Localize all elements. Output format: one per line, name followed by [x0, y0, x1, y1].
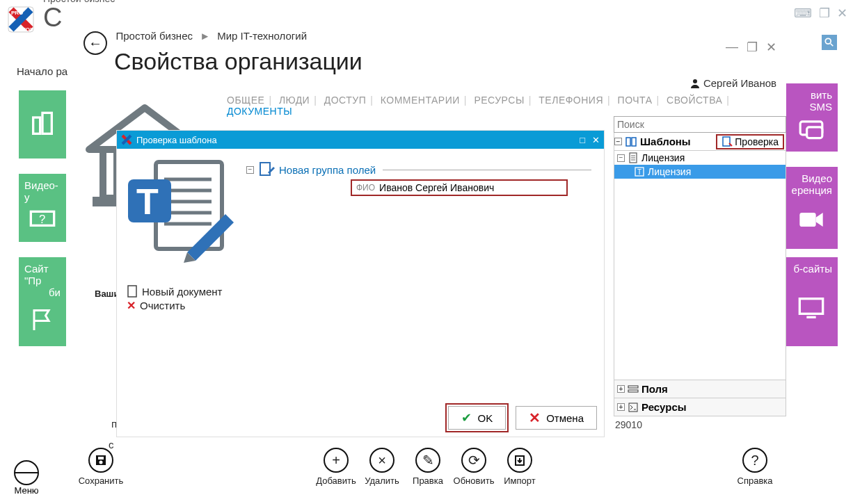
tile-purple-3[interactable]: б-сайты — [785, 257, 838, 346]
ok-button[interactable]: ✔ OK — [448, 406, 506, 430]
delete-button[interactable]: ×Удалить — [359, 448, 405, 486]
keyboard-icon[interactable]: ⌨ — [794, 6, 812, 21]
tile-label: вить SMS — [790, 89, 832, 113]
dialog-title: Проверка шаблона — [136, 135, 217, 145]
tab-properties[interactable]: СВОЙСТВА — [667, 95, 722, 106]
tile-purple-1[interactable]: вить SMS — [785, 83, 838, 152]
resources-section[interactable]: + Ресурсы — [614, 398, 786, 416]
x-icon: ✕ — [529, 409, 541, 426]
restore-icon[interactable]: ❐ — [819, 6, 830, 21]
tree-item-license-selected[interactable]: T Лицензия — [614, 165, 786, 179]
menu-button[interactable]: Меню — [14, 460, 39, 496]
tree-label: Лицензия — [648, 166, 691, 177]
tile-label: Сайт "Пр — [24, 263, 61, 286]
import-button[interactable]: Импорт — [497, 448, 543, 486]
svg-point-3 — [825, 38, 831, 44]
svg-text:T: T — [136, 181, 159, 222]
svg-rect-12 — [799, 298, 822, 314]
svg-rect-11 — [799, 213, 815, 227]
check-button[interactable]: Проверка — [716, 134, 784, 149]
fio-field[interactable]: ФИО Иванов Сергей Иванович — [351, 179, 568, 196]
import-icon — [513, 454, 526, 466]
tabs: ОБЩЕЕ| ЛЮДИ| ДОСТУП| КОММЕНТАРИИ| РЕСУРС… — [227, 95, 786, 117]
templates-icon — [625, 136, 637, 148]
question-icon: ? — [742, 448, 767, 473]
tab-documents[interactable]: ДОКУМЕНТЫ — [227, 106, 292, 117]
clear-link[interactable]: ✕ Очистить — [127, 299, 185, 312]
tab-general[interactable]: ОБЩЕЕ — [227, 95, 264, 106]
svg-text:?: ? — [39, 213, 45, 226]
breadcrumb: Простой бизнес ► Мир IT-технологий — [115, 30, 307, 42]
restore-icon[interactable]: ❐ — [747, 40, 758, 55]
templates-search-input[interactable] — [614, 116, 786, 133]
svg-rect-20 — [626, 138, 630, 146]
tab-people[interactable]: ЛЮДИ — [279, 95, 310, 106]
user-icon — [689, 78, 701, 89]
x-icon: ✕ — [127, 299, 136, 312]
svg-rect-22 — [723, 137, 730, 146]
template-check-dialog: Проверка шаблона □ ✕ T − Новая груп — [117, 131, 604, 437]
building-icon — [29, 111, 56, 138]
tile-green-3[interactable]: Сайт "Пр би — [19, 257, 66, 346]
svg-rect-6 — [42, 113, 51, 133]
check-icon: ✔ — [461, 410, 472, 425]
field-label: ФИО — [352, 183, 379, 193]
plus-icon: + — [324, 448, 349, 473]
collapse-icon[interactable]: − — [617, 154, 625, 162]
svg-rect-21 — [632, 138, 636, 146]
minimize-icon[interactable]: — — [726, 40, 738, 55]
video-icon — [797, 209, 825, 230]
tree-label: Лицензия — [641, 152, 685, 163]
templates-panel: − Шаблоны Проверка − Лицензия T Лицензия — [614, 116, 786, 433]
collapse-icon[interactable]: − — [246, 166, 254, 174]
tile-green-2[interactable]: Видео-у ? — [19, 174, 66, 242]
doc-icon — [628, 152, 639, 163]
fields-section[interactable]: + Поля — [614, 380, 786, 398]
svg-text:T: T — [637, 168, 641, 176]
svg-rect-33 — [98, 457, 104, 460]
tile-purple-2[interactable]: Видео еренция — [785, 167, 838, 249]
svg-line-4 — [831, 44, 834, 47]
edit-button[interactable]: ✎Правка — [405, 448, 451, 486]
svg-rect-45 — [128, 286, 136, 297]
fields-label: Поля — [641, 383, 668, 395]
save-button[interactable]: Сохранить — [78, 448, 124, 486]
breadcrumb-item[interactable]: Мир IT-технологий — [217, 30, 307, 42]
tab-mail[interactable]: ПОЧТА — [618, 95, 653, 106]
dialog-body: T − Новая группа полей ФИО Иванов Сергей… — [117, 149, 604, 437]
cancel-button[interactable]: ✕ Отмена — [516, 406, 597, 430]
add-button[interactable]: +Добавить — [313, 448, 359, 486]
field-group-label[interactable]: − Новая группа полей — [246, 161, 591, 178]
expand-icon[interactable]: + — [617, 403, 625, 411]
resources-count: 29010 — [614, 416, 786, 433]
close-icon[interactable]: ✕ — [837, 6, 847, 21]
tile-green-1[interactable] — [19, 90, 66, 158]
close-icon[interactable]: ✕ — [766, 40, 776, 55]
collapse-icon[interactable]: − — [614, 138, 622, 145]
svg-point-34 — [99, 461, 103, 464]
dialog-close-icon[interactable]: ✕ — [592, 135, 600, 145]
search-icon[interactable] — [822, 35, 837, 50]
expand-icon[interactable]: + — [617, 385, 625, 393]
tab-access[interactable]: ДОСТУП — [324, 95, 367, 106]
tile-label: Видео — [790, 172, 832, 184]
page-title: Свойства организации — [114, 48, 772, 75]
fields-icon — [628, 384, 639, 395]
tab-comments[interactable]: КОММЕНТАРИИ — [381, 95, 460, 106]
help-monitor-icon: ? — [29, 209, 56, 230]
refresh-button[interactable]: ⟳Обновить — [451, 448, 497, 486]
templates-tree: − Лицензия T Лицензия — [614, 151, 786, 380]
refresh-icon: ⟳ — [461, 448, 486, 473]
tab-resources[interactable]: РЕСУРСЫ — [474, 95, 524, 106]
tab-telephony[interactable]: ТЕЛЕФОНИЯ — [539, 95, 603, 106]
dialog-titlebar[interactable]: Проверка шаблона □ ✕ — [117, 131, 604, 149]
breadcrumb-item[interactable]: Простой бизнес — [115, 30, 193, 42]
svg-rect-29 — [628, 386, 638, 388]
current-user[interactable]: Сергей Иванов — [689, 77, 776, 89]
back-button[interactable]: ← — [83, 31, 107, 55]
new-document-link[interactable]: Новый документ — [127, 285, 222, 298]
help-button[interactable]: ?Справка — [732, 448, 778, 486]
bottom-toolbar: Сохранить +Добавить ×Удалить ✎Правка ⟳Об… — [70, 441, 786, 490]
dialog-maximize-icon[interactable]: □ — [580, 135, 585, 145]
tree-item-license-folder[interactable]: − Лицензия — [614, 151, 786, 165]
